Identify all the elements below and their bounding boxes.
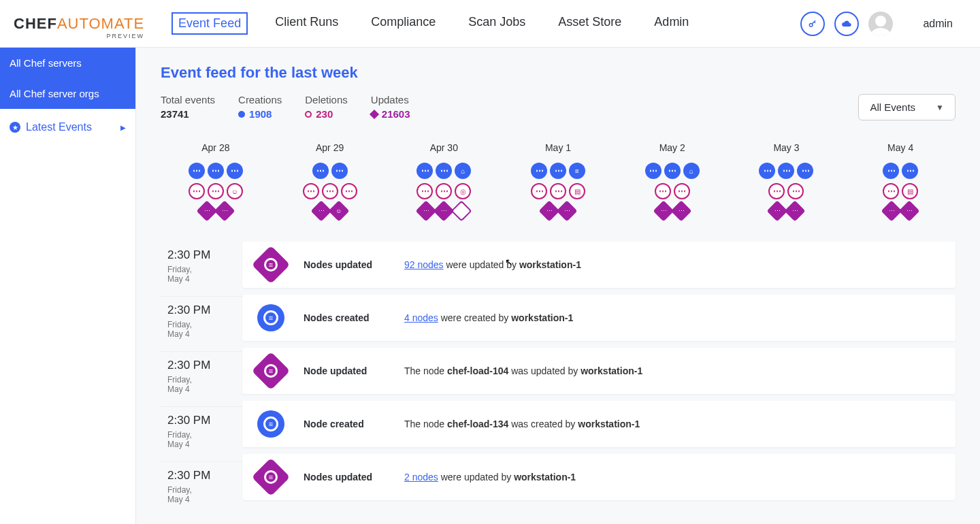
chip-update-icon: ⋯	[556, 200, 577, 221]
chip-deletion-icon: ⋯	[550, 183, 566, 199]
event-link[interactable]: 4 nodes	[404, 312, 438, 323]
logo-automate: AUTOMATE	[57, 15, 144, 33]
chip-update-icon: ⋯	[310, 200, 331, 221]
sidebar: All Chef servers All Chef server orgs ★ …	[0, 48, 136, 524]
chip-update-icon	[451, 200, 472, 221]
tab-event-feed[interactable]: Event Feed	[172, 12, 248, 35]
event-card[interactable]: ≡ Node updated The node chef-load-104 wa…	[242, 348, 956, 394]
chip-deletion-icon: ◎	[455, 183, 471, 199]
filter-label: All Events	[870, 101, 915, 113]
chip-creation-icon: ⋯	[189, 163, 205, 179]
time-value: 2:30 PM	[167, 414, 242, 427]
stat-deletions-label: Deletions	[305, 94, 348, 105]
sidebar-item-all-servers[interactable]: All Chef servers	[0, 48, 135, 78]
username[interactable]: admin	[923, 18, 953, 30]
star-icon: ★	[10, 122, 20, 133]
sidebar-item-all-orgs[interactable]: All Chef server orgs	[0, 78, 135, 109]
chip-deletion-icon: ▤	[569, 183, 585, 199]
time-value: 2:30 PM	[167, 469, 242, 482]
stat-updates: Updates 21603	[371, 94, 410, 120]
time-date: May 4	[167, 495, 242, 504]
chip-deletion-icon: ⋯	[322, 183, 338, 199]
chip-creation-icon: ⋯	[416, 163, 433, 179]
event-column: ≡ Nodes updated 92 nodes were updated by…	[242, 242, 956, 517]
time-day: Friday,	[167, 375, 242, 384]
tab-client-runs[interactable]: Client Runs	[270, 12, 344, 35]
chip-creation-icon: ⋯	[531, 163, 547, 179]
chip-deletion-icon: ☺	[227, 183, 243, 199]
stat-deletions: Deletions 230	[305, 94, 348, 120]
event-card[interactable]: ≡ Node created The node chef-load-134 wa…	[242, 401, 956, 447]
chip-creation-icon: ⋯	[227, 163, 243, 179]
chip-creation-icon: ⋯	[664, 163, 681, 179]
day-col[interactable]: May 3 ⋯⋯⋯ ⋯⋯ ⋯⋯	[732, 142, 842, 223]
chip-creation-icon: ⋯	[312, 163, 329, 179]
time-date: May 4	[167, 384, 242, 394]
time-block: 2:30 PM Friday, May 4	[161, 352, 242, 407]
day-col[interactable]: May 2 ⋯⋯⌂ ⋯⋯ ⋯⋯	[617, 142, 728, 223]
time-value: 2:30 PM	[167, 248, 242, 262]
event-desc: The node chef-load-134 was created by wo…	[404, 419, 640, 429]
day-col[interactable]: May 1 ⋯⋯≡ ⋯⋯▤ ⋯⋯	[503, 142, 613, 223]
logo-chef: CHEF	[14, 15, 57, 33]
time-block: 2:30 PM Friday, May 4	[161, 462, 242, 517]
chip-creation-icon: ⋯	[436, 163, 452, 179]
event-card[interactable]: ≡ Nodes updated 2 nodes were updated by …	[242, 454, 956, 500]
chip-creation-icon: ⋯	[778, 163, 794, 179]
event-desc: The node chef-load-104 was updated by wo…	[404, 365, 642, 376]
nodes-updated-icon: ≡	[252, 246, 291, 284]
event-link[interactable]: 92 nodes	[404, 259, 444, 270]
chip-creation-icon: ⋯	[645, 163, 662, 179]
cursor-icon: ↖	[505, 257, 513, 267]
day-col[interactable]: May 4 ⋯⋯ ⋯▤ ⋯⋯	[845, 142, 956, 223]
nav-right: admin	[800, 12, 966, 36]
tab-scan-jobs[interactable]: Scan Jobs	[463, 12, 531, 35]
chip-update-icon: ⋯	[785, 200, 806, 221]
stat-total-label: Total events	[161, 94, 215, 105]
event-card[interactable]: ≡ Nodes created 4 nodes were created by …	[242, 295, 956, 341]
chip-creation-icon: ⋯	[902, 163, 918, 179]
chip-deletion-icon: ⋯	[883, 183, 899, 199]
tab-admin[interactable]: Admin	[649, 12, 694, 35]
day-col[interactable]: Apr 29 ⋯⋯ ⋯⋯⋯ ⋯☺	[275, 142, 385, 223]
chip-update-icon: ⋯	[214, 200, 235, 221]
logo-preview: PREVIEW	[107, 33, 145, 39]
tab-compliance[interactable]: Compliance	[365, 12, 441, 35]
time-value: 2:30 PM	[167, 304, 242, 317]
chip-creation-icon: ⋯	[883, 163, 899, 179]
chip-creation-icon: ⋯	[759, 163, 775, 179]
event-desc: 2 nodes were updated by workstation-1	[404, 472, 576, 482]
day-col[interactable]: Apr 30 ⋯⋯⌂ ⋯⋯◎ ⋯⋯	[389, 142, 499, 223]
chip-deletion-icon: ▤	[902, 183, 918, 199]
time-day: Friday,	[167, 430, 242, 440]
chip-deletion-icon: ⋯	[189, 183, 205, 199]
key-icon[interactable]	[800, 12, 825, 36]
day-col[interactable]: Apr 28 ⋯⋯⋯ ⋯⋯☺ ⋯⋯	[161, 142, 271, 223]
avatar[interactable]	[868, 12, 893, 36]
event-title: Nodes created	[304, 312, 385, 323]
nodes-created-icon: ≡	[257, 304, 284, 331]
event-card[interactable]: ≡ Nodes updated 92 nodes were updated by…	[242, 242, 956, 288]
day-label: May 2	[617, 142, 728, 153]
chip-creation-icon: ≡	[569, 163, 585, 179]
event-title: Nodes updated	[304, 472, 385, 482]
chip-update-icon: ⋯	[899, 200, 920, 221]
top-nav: CHEF AUTOMATE PREVIEW Event Feed Client …	[0, 0, 980, 48]
chip-creation-icon: ⋯	[208, 163, 224, 179]
chip-deletion-icon: ⋯	[674, 183, 690, 199]
stat-updates-value: 21603	[371, 108, 410, 120]
dot-icon	[238, 111, 245, 118]
cloud-icon[interactable]	[834, 12, 859, 36]
time-block: 2:30 PM Friday, May 4	[161, 242, 242, 297]
chip-creation-icon: ⌂	[455, 163, 471, 179]
event-link[interactable]: 2 nodes	[404, 472, 438, 482]
sidebar-latest-events[interactable]: ★ Latest Events ▶	[0, 109, 135, 146]
main-content: Event feed for the last week Total event…	[136, 48, 980, 524]
stat-deletions-value: 230	[305, 108, 348, 120]
chip-update-icon: ⋯	[670, 200, 691, 221]
filter-dropdown[interactable]: All Events ▼	[858, 94, 956, 120]
chip-deletion-icon: ⋯	[436, 183, 452, 199]
tab-asset-store[interactable]: Asset Store	[553, 12, 627, 35]
event-title: Node updated	[304, 365, 385, 376]
chip-creation-icon: ⋯	[331, 163, 348, 179]
